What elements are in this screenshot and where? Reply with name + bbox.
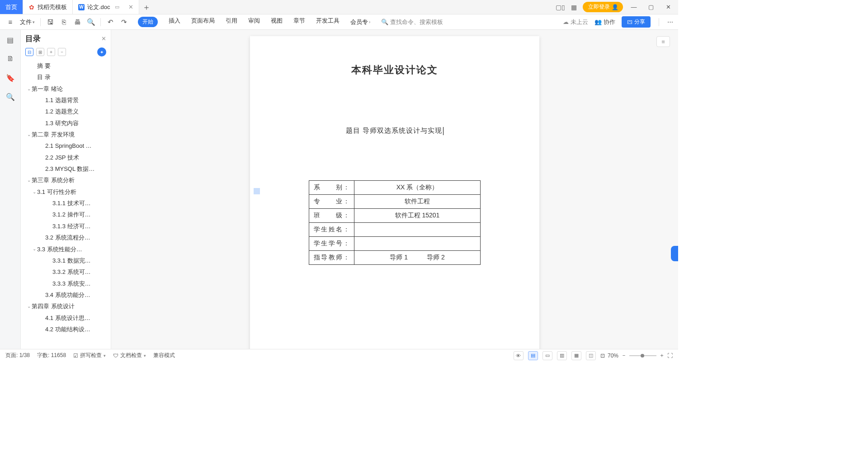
page-view-icon[interactable]: ▤	[528, 351, 538, 360]
toc-item[interactable]: 3.2 系统流程分…	[24, 232, 108, 243]
window-maximize[interactable]: ▢	[645, 1, 657, 14]
eye-view-icon[interactable]: 👁	[514, 351, 524, 360]
print-icon[interactable]: 🖶	[71, 16, 83, 28]
toc-item[interactable]: 1.3 研究内容	[24, 118, 108, 129]
export-icon[interactable]: ⎘	[58, 16, 70, 28]
tab-template[interactable]: ✿ 找稻壳模板	[23, 0, 73, 14]
ribbon-tab-start[interactable]: 开始	[138, 17, 158, 27]
toc-item[interactable]: 2.1 SpringBoot …	[24, 140, 108, 151]
contentcheck-toggle[interactable]: 🛡文档检查▾	[113, 352, 146, 359]
toc-item[interactable]: 3.4 系统功能分…	[24, 289, 108, 301]
ribbon-tab-layout[interactable]: 页面布局	[191, 17, 215, 27]
outline-ai-icon[interactable]: ✦	[97, 47, 106, 56]
toc-item[interactable]: 4.2 功能结构设…	[24, 324, 108, 335]
zoom-slider[interactable]	[629, 355, 656, 356]
outline-close-icon[interactable]: ✕	[101, 35, 106, 42]
toc-item[interactable]: 3.1.2 操作可…	[24, 209, 108, 220]
toc-label: 1.2 选题意义	[45, 106, 79, 117]
command-search[interactable]: 🔍 查找命令、搜索模板	[381, 18, 443, 26]
compat-mode[interactable]: 兼容模式	[153, 352, 175, 359]
fullscreen-icon[interactable]: ⛶	[667, 353, 673, 359]
zoom-in-icon[interactable]: ＋	[659, 352, 665, 359]
toc-item[interactable]: ⌄第三章 系统分析	[24, 174, 108, 186]
toc-item[interactable]: ⌄3.3 系统性能分…	[24, 244, 108, 255]
window-minimize[interactable]: —	[627, 1, 640, 14]
document-canvas[interactable]: ≡ 本科毕业设计论文 题目 导师双选系统设计与实现 系 别：XX 系（全称）专 …	[111, 30, 678, 349]
outline-expand-icon[interactable]: ⊞	[36, 48, 44, 56]
toc-item[interactable]: 摘 要	[24, 60, 108, 71]
clipboard-rail-icon[interactable]: 🗎	[5, 53, 16, 64]
info-label: 学生姓名：	[309, 223, 354, 237]
tab-home[interactable]: 首页	[0, 0, 23, 14]
side-tab-handle[interactable]	[671, 246, 678, 261]
web-view-icon[interactable]: ▥	[557, 351, 567, 360]
toc-item[interactable]: 目 录	[24, 71, 108, 83]
ribbon-tab-insert[interactable]: 插入	[169, 17, 180, 27]
toc-item[interactable]: 2.3 MYSQL 数据…	[24, 163, 108, 174]
share-button[interactable]: ⮹分享	[622, 16, 651, 28]
toc-item[interactable]: ⌄第四章 系统设计	[24, 301, 108, 312]
preview-icon[interactable]: 🔍	[85, 16, 97, 28]
toc-item[interactable]: 3.1.3 经济可…	[24, 221, 108, 232]
toc-item[interactable]: 3.1.1 技术可…	[24, 198, 108, 209]
outline-collapse-icon[interactable]: ⊟	[25, 48, 33, 56]
toc-item[interactable]: 3.3.3 系统安…	[24, 278, 108, 289]
outline-view-icon[interactable]: ▦	[571, 351, 581, 360]
left-rail: ▤ 🗎 🔖 🔍	[0, 30, 21, 349]
separator	[659, 18, 659, 26]
ribbon-tab-review[interactable]: 审阅	[248, 17, 260, 27]
word-count[interactable]: 字数: 11658	[37, 352, 66, 359]
toc-item[interactable]: 2.2 JSP 技术	[24, 152, 108, 163]
wps-doc-icon: W	[78, 4, 85, 10]
ribbon-tab-refs[interactable]: 引用	[226, 17, 237, 27]
ribbon-tab-view[interactable]: 视图	[271, 17, 283, 27]
tab-detach-icon[interactable]: ▭	[115, 4, 119, 10]
ribbon-tab-chapter[interactable]: 章节	[293, 17, 305, 27]
table-row: 学生学号：	[309, 237, 481, 251]
outline-add-icon[interactable]: ＋	[47, 48, 55, 56]
info-label: 指导教师：	[309, 251, 354, 265]
info-label: 学生学号：	[309, 237, 354, 251]
toc-item[interactable]: 4.1 系统设计思…	[24, 312, 108, 324]
toc-item[interactable]: 3.3.1 数据完…	[24, 255, 108, 266]
save-icon[interactable]: 🖫	[44, 16, 56, 28]
toc-item[interactable]: 3.3.2 系统可…	[24, 266, 108, 278]
redo-icon[interactable]: ↷	[118, 16, 130, 28]
search-rail-icon[interactable]: 🔍	[5, 91, 16, 102]
tab-add-button[interactable]: ＋	[139, 0, 154, 14]
more-icon[interactable]: ⋯	[667, 19, 674, 25]
toc-item[interactable]: ⌄第二章 开发环境	[24, 129, 108, 140]
template-icon: ✿	[28, 4, 35, 10]
zoom-fit-icon[interactable]: ⊡	[600, 353, 605, 359]
toc-item[interactable]: ⌄3.1 可行性分析	[24, 186, 108, 198]
apps-icon[interactable]: ▦	[569, 3, 578, 12]
outline-remove-icon[interactable]: －	[58, 48, 66, 56]
ribbon-tab-vip[interactable]: 会员专›	[350, 17, 370, 27]
toc-item[interactable]: 1.1 选题背景	[24, 94, 108, 106]
read-view-icon[interactable]: ▭	[542, 351, 552, 360]
sidebyside-view-icon[interactable]: ◫	[586, 351, 596, 360]
tab-close-icon[interactable]: ✕	[128, 4, 133, 10]
toc-label: 3.3.1 数据完…	[52, 255, 91, 266]
zoom-out-icon[interactable]: －	[621, 352, 627, 359]
page-indicator[interactable]: 页面: 1/38	[5, 352, 30, 359]
spellcheck-toggle[interactable]: ☑拼写检查▾	[73, 352, 106, 359]
window-close[interactable]: ✕	[662, 1, 675, 14]
toc-item[interactable]: 1.2 选题意义	[24, 106, 108, 117]
toc-item[interactable]: ⌄第一章 绪论	[24, 83, 108, 94]
zoom-control[interactable]: ⊡ 70% － ＋ ⛶	[600, 352, 673, 359]
toc-label: 1.3 研究内容	[45, 118, 79, 129]
collab-button[interactable]: 👥协作	[594, 18, 615, 26]
bookmark-rail-icon[interactable]: 🔖	[5, 72, 16, 83]
layout-icon[interactable]: ▢▯	[556, 3, 565, 12]
floating-toolbox[interactable]: ≡	[656, 36, 670, 47]
tab-document[interactable]: W 论文.doc ▭ ✕	[73, 0, 139, 14]
ribbon-tab-devtools[interactable]: 开发工具	[316, 17, 340, 27]
outline-rail-icon[interactable]: ▤	[5, 34, 16, 45]
login-button[interactable]: 立即登录 👤	[583, 2, 623, 12]
menu-icon[interactable]: ≡	[5, 16, 16, 28]
outline-tree[interactable]: 摘 要目 录⌄第一章 绪论1.1 选题背景1.2 选题意义1.3 研究内容⌄第二…	[24, 60, 108, 349]
undo-icon[interactable]: ↶	[104, 16, 116, 28]
file-menu[interactable]: 文件▾	[18, 18, 37, 26]
cloud-status[interactable]: ☁未上云	[563, 18, 588, 26]
